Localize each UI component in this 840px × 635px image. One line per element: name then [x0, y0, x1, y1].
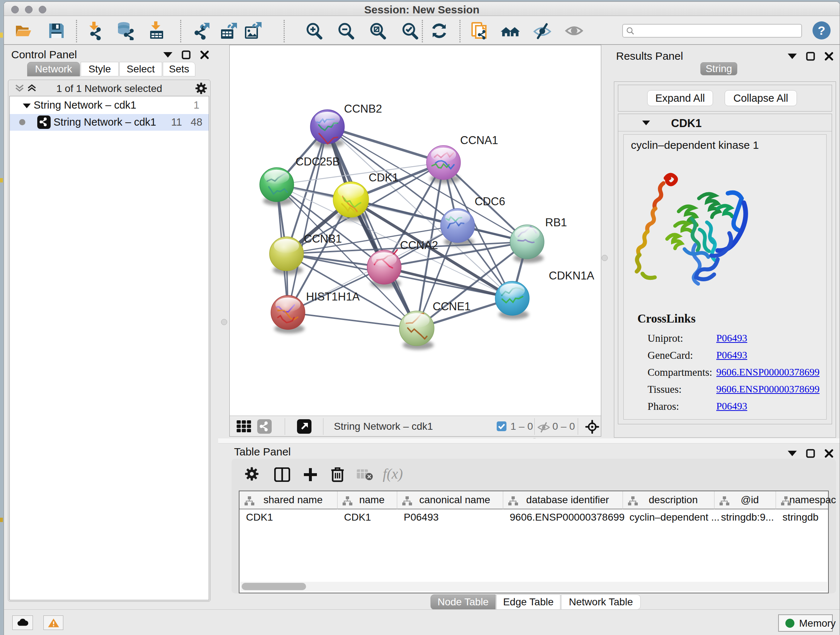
- svg-text:HIST1H1A: HIST1H1A: [306, 290, 360, 303]
- svg-text:CCNA1: CCNA1: [460, 134, 498, 147]
- svg-text:RB1: RB1: [545, 216, 567, 229]
- svg-text:CCNE1: CCNE1: [433, 300, 471, 313]
- svg-text:CCNA2: CCNA2: [400, 239, 438, 252]
- svg-text:CDC25B: CDC25B: [295, 155, 340, 168]
- svg-text:CCNB1: CCNB1: [304, 233, 342, 245]
- svg-text:CDC6: CDC6: [475, 195, 505, 208]
- svg-text:CDK1: CDK1: [369, 171, 399, 184]
- svg-text:CDKN1A: CDKN1A: [549, 269, 594, 282]
- svg-text:CCNB2: CCNB2: [344, 103, 382, 115]
